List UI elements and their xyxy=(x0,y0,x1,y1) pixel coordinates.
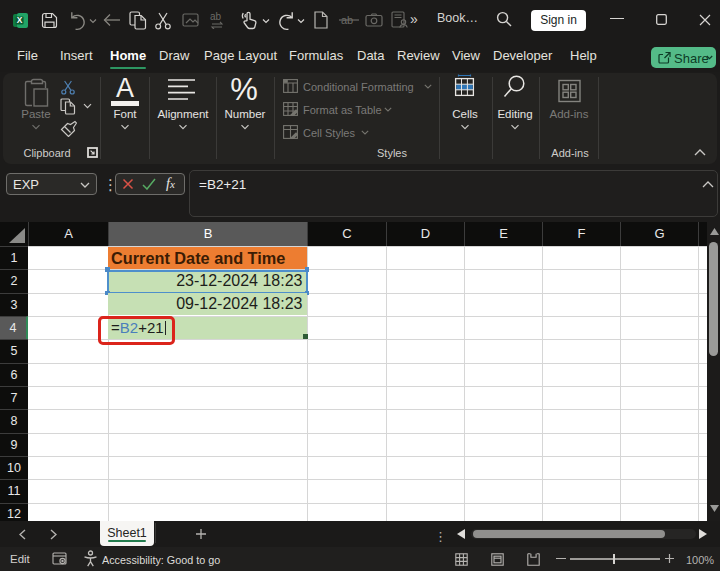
svg-text:X: X xyxy=(17,15,23,25)
svg-text:ab: ab xyxy=(210,11,222,22)
